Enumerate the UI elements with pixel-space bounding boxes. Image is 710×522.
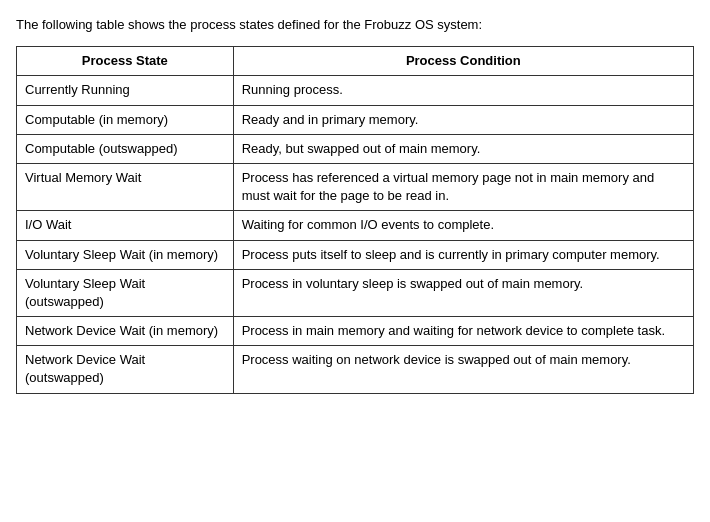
cell-process-condition: Process waiting on network device is swa…: [233, 346, 693, 393]
cell-process-condition: Ready, but swapped out of main memory.: [233, 134, 693, 163]
cell-process-state: Voluntary Sleep Wait (outswapped): [17, 269, 234, 316]
cell-process-state: I/O Wait: [17, 211, 234, 240]
cell-process-condition: Running process.: [233, 76, 693, 105]
cell-process-state: Computable (in memory): [17, 105, 234, 134]
cell-process-state: Network Device Wait (outswapped): [17, 346, 234, 393]
table-row: Virtual Memory WaitProcess has reference…: [17, 163, 694, 210]
cell-process-condition: Ready and in primary memory.: [233, 105, 693, 134]
cell-process-state: Virtual Memory Wait: [17, 163, 234, 210]
header-process-state: Process State: [17, 47, 234, 76]
table-row: Computable (outswapped)Ready, but swappe…: [17, 134, 694, 163]
intro-paragraph: The following table shows the process st…: [16, 16, 694, 34]
process-states-table: Process State Process Condition Currentl…: [16, 46, 694, 393]
table-header-row: Process State Process Condition: [17, 47, 694, 76]
cell-process-state: Currently Running: [17, 76, 234, 105]
cell-process-state: Network Device Wait (in memory): [17, 317, 234, 346]
table-row: I/O WaitWaiting for common I/O events to…: [17, 211, 694, 240]
table-row: Computable (in memory)Ready and in prima…: [17, 105, 694, 134]
cell-process-condition: Process in voluntary sleep is swapped ou…: [233, 269, 693, 316]
table-row: Network Device Wait (in memory)Process i…: [17, 317, 694, 346]
table-row: Currently RunningRunning process.: [17, 76, 694, 105]
header-process-condition: Process Condition: [233, 47, 693, 76]
table-row: Voluntary Sleep Wait (outswapped)Process…: [17, 269, 694, 316]
cell-process-state: Voluntary Sleep Wait (in memory): [17, 240, 234, 269]
table-row: Network Device Wait (outswapped)Process …: [17, 346, 694, 393]
table-row: Voluntary Sleep Wait (in memory)Process …: [17, 240, 694, 269]
cell-process-condition: Waiting for common I/O events to complet…: [233, 211, 693, 240]
cell-process-state: Computable (outswapped): [17, 134, 234, 163]
cell-process-condition: Process in main memory and waiting for n…: [233, 317, 693, 346]
cell-process-condition: Process puts itself to sleep and is curr…: [233, 240, 693, 269]
cell-process-condition: Process has referenced a virtual memory …: [233, 163, 693, 210]
